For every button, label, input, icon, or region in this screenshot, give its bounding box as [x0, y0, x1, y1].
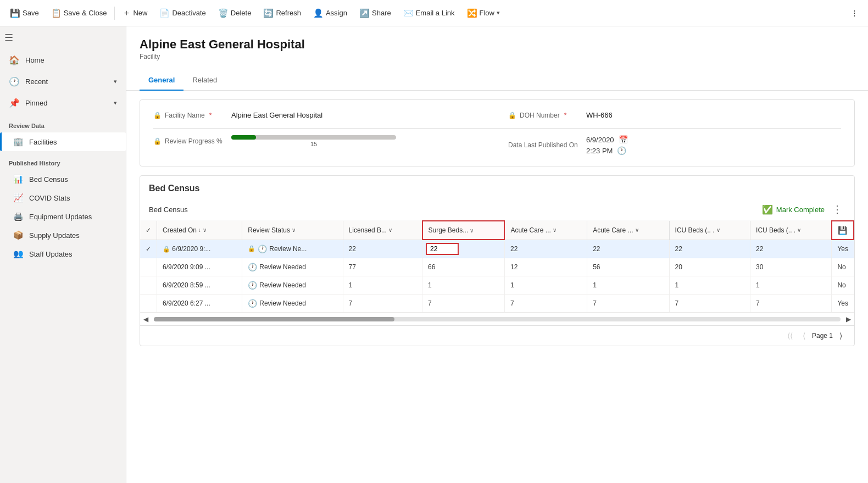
- record-header: Alpine East General Hospital Facility: [126, 26, 868, 66]
- progress-value: 15: [231, 141, 396, 147]
- doh-number-field: 🔒 DOH Number * WH-666: [508, 111, 841, 119]
- data-published-values: 6/9/2020 📅 2:23 PM 🕐: [586, 135, 628, 155]
- icu-beds1-filter-icon[interactable]: ∨: [716, 227, 720, 233]
- time-icon[interactable]: 🕐: [617, 146, 626, 155]
- row1-created-on: 🔒 6/9/2020 9:...: [157, 240, 242, 258]
- row2-icu-beds2: 30: [750, 258, 832, 276]
- sidebar-item-bed-census[interactable]: 📊 Bed Census: [0, 170, 126, 188]
- sidebar-item-recent[interactable]: 🕐 Recent ▾: [0, 71, 126, 92]
- save-col-header[interactable]: 💾: [832, 221, 854, 240]
- sidebar: ☰ 🏠 Home 🕐 Recent ▾ 📌 Pinned ▾ Review Da…: [0, 26, 126, 483]
- acute-care1-filter-icon[interactable]: ∨: [553, 227, 557, 233]
- pinned-chevron-icon: ▾: [114, 99, 117, 107]
- tab-general[interactable]: General: [140, 70, 183, 91]
- sidebar-item-equipment-updates[interactable]: 🖨️ Equipment Updates: [0, 207, 126, 226]
- created-on-filter-icon[interactable]: ∨: [203, 227, 207, 233]
- scroll-thumb[interactable]: [154, 317, 394, 321]
- row4-review-status: 🕐 Review Needed: [242, 294, 343, 312]
- review-data-section-label: Review Data: [0, 114, 126, 132]
- icu-beds2-col-header[interactable]: ICU Beds (.. . ∨: [750, 221, 832, 240]
- row1-check-mark: ✓: [146, 245, 151, 253]
- data-published-label: Data Last Published On: [508, 141, 580, 149]
- published-history-section-label: Published History: [0, 151, 126, 170]
- licensed-b-filter-icon[interactable]: ∨: [388, 227, 392, 233]
- separator-1: [114, 7, 115, 20]
- row3-icu-beds1: 1: [669, 276, 750, 294]
- sidebar-item-home[interactable]: 🏠 Home: [0, 49, 126, 71]
- pagination: ⟨⟨ ⟨ Page 1 ⟩: [140, 325, 854, 346]
- row3-last-col: No: [832, 276, 854, 294]
- scroll-right-arrow[interactable]: ▶: [843, 315, 854, 323]
- sidebar-item-staff-updates[interactable]: 👥 Staff Updates: [0, 245, 126, 263]
- assign-button[interactable]: 👤 Assign: [308, 5, 353, 21]
- hamburger-menu[interactable]: ☰: [0, 26, 126, 49]
- row3-clock-icon: 🕐: [248, 281, 257, 290]
- more-button[interactable]: ⋮: [845, 5, 864, 20]
- tab-related[interactable]: Related: [183, 70, 226, 91]
- share-button[interactable]: ↗️ Share: [354, 5, 397, 21]
- recent-icon: 🕐: [9, 76, 20, 87]
- row1-check: ✓: [140, 240, 157, 258]
- row4-acute-care2: 7: [587, 294, 669, 312]
- more-icon: ⋮: [851, 9, 858, 17]
- surge-beds-input[interactable]: [426, 243, 459, 255]
- form-row-1: 🔒 Facility Name * Alpine East General Ho…: [153, 111, 841, 119]
- staff-updates-icon: 👥: [13, 249, 24, 259]
- share-icon: ↗️: [359, 8, 370, 18]
- tabs: General Related: [126, 70, 868, 91]
- sidebar-item-pinned[interactable]: 📌 Pinned ▾: [0, 92, 126, 114]
- sidebar-item-facilities[interactable]: 🏢 Facilities: [0, 132, 126, 151]
- bed-census-more-button[interactable]: ⋮: [829, 202, 845, 216]
- calendar-icon[interactable]: 📅: [619, 135, 628, 144]
- form-section: 🔒 Facility Name * Alpine East General Ho…: [140, 99, 855, 166]
- flow-chevron-icon: ▾: [497, 9, 500, 16]
- row2-check: [140, 258, 157, 276]
- content-area: Alpine East General Hospital Facility Ge…: [126, 26, 868, 483]
- pagination-next-button[interactable]: ⟩: [836, 330, 845, 341]
- row3-surge-beds: 1: [422, 276, 505, 294]
- acute-care2-col-header[interactable]: Acute Care ... ∨: [587, 221, 669, 240]
- review-status-filter-icon[interactable]: ∨: [292, 227, 296, 233]
- scroll-left-arrow[interactable]: ◀: [140, 315, 152, 323]
- row4-surge-beds: 7: [422, 294, 505, 312]
- save-button[interactable]: 💾 Save: [4, 5, 44, 21]
- row3-acute-care2: 1: [587, 276, 669, 294]
- flow-button[interactable]: 🔀 Flow ▾: [461, 5, 505, 21]
- pagination-prev-button[interactable]: ⟨: [799, 330, 809, 341]
- grid-header: ✓ Created On ↓ ∨: [140, 221, 854, 240]
- pagination-first-button[interactable]: ⟨⟨: [784, 330, 796, 341]
- assign-icon: 👤: [313, 8, 324, 18]
- header-row: ✓ Created On ↓ ∨: [140, 221, 854, 240]
- new-button[interactable]: ＋ New: [117, 4, 153, 21]
- pagination-page-label: Page 1: [812, 332, 833, 340]
- created-on-col-header[interactable]: Created On ↓ ∨: [157, 221, 242, 240]
- acute-care2-filter-icon[interactable]: ∨: [635, 227, 639, 233]
- sidebar-item-covid-stats[interactable]: 📈 COVID Stats: [0, 188, 126, 207]
- row2-icu-beds1: 20: [669, 258, 750, 276]
- doh-lock-icon: 🔒: [508, 112, 516, 119]
- date-row: 6/9/2020 📅: [586, 135, 628, 144]
- icu-beds2-filter-icon[interactable]: ∨: [797, 227, 801, 233]
- row4-acute-care1: 7: [504, 294, 587, 312]
- refresh-button[interactable]: 🔄 Refresh: [258, 5, 307, 21]
- form-divider: [153, 128, 841, 129]
- acute-care1-col-header[interactable]: Acute Care ... ∨: [504, 221, 587, 240]
- row1-surge-beds[interactable]: [422, 240, 505, 258]
- row4-last-col: Yes: [832, 294, 854, 312]
- scroll-track[interactable]: [154, 317, 841, 321]
- bed-census-icon: 📊: [13, 174, 24, 184]
- deactivate-button[interactable]: 📄 Deactivate: [154, 5, 211, 21]
- surge-beds-col-header[interactable]: Surge Beds... ∨: [422, 221, 505, 240]
- facility-required-star: *: [209, 112, 212, 119]
- mark-complete-button[interactable]: ✅ Mark Complete: [762, 204, 825, 215]
- save-close-button[interactable]: 📋 Save & Close: [46, 5, 113, 21]
- review-status-col-header[interactable]: Review Status ∨: [242, 221, 343, 240]
- sidebar-item-supply-updates[interactable]: 📦 Supply Updates: [0, 226, 126, 245]
- record-subtitle: Facility: [140, 53, 855, 60]
- icu-beds1-col-header[interactable]: ICU Beds (.. . ∨: [669, 221, 750, 240]
- delete-button[interactable]: 🗑️ Delete: [213, 5, 257, 21]
- email-link-button[interactable]: ✉️ Email a Link: [398, 5, 460, 21]
- row1-review-status: 🔒 🕐 Review Ne...: [242, 240, 343, 258]
- licensed-b-col-header[interactable]: Licensed B... ∨: [343, 221, 422, 240]
- surge-beds-filter-icon[interactable]: ∨: [470, 227, 474, 234]
